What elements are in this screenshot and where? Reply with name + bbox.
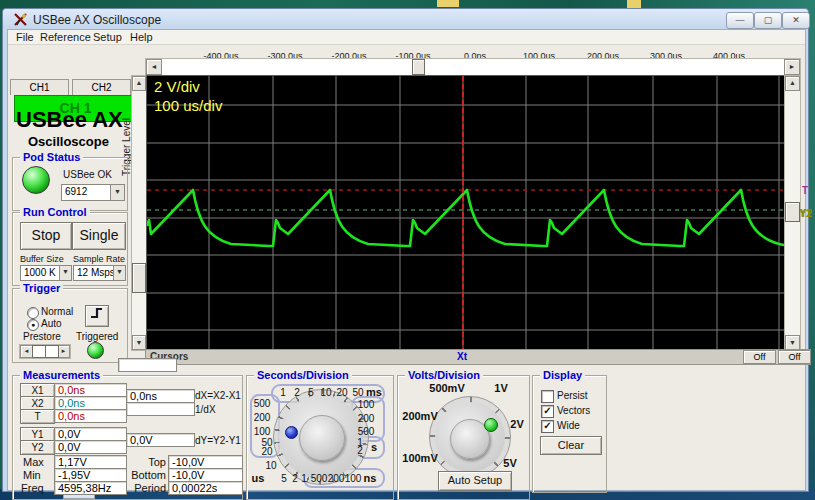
- pod-status-led: [22, 166, 50, 194]
- horizontal-scroll-thumb[interactable]: [412, 59, 425, 75]
- sd-value[interactable]: 100: [358, 399, 375, 410]
- volts-division-title: Volts/Division: [405, 369, 483, 381]
- prestore-scrollbar[interactable]: ◄ ►: [19, 344, 71, 359]
- t-button[interactable]: T: [20, 409, 55, 424]
- cursor-off-button-2[interactable]: Off: [778, 350, 811, 364]
- close-icon: ✕: [792, 15, 800, 25]
- trigger-level-down-button[interactable]: ▼: [132, 335, 146, 350]
- x1-value: 0,0ns: [54, 383, 127, 397]
- clear-button[interactable]: Clear: [540, 436, 602, 455]
- sd-value[interactable]: 100: [254, 426, 271, 437]
- scroll-right-button[interactable]: ►: [784, 59, 800, 75]
- vd-value-5v[interactable]: 5V: [503, 457, 516, 469]
- sd-value[interactable]: 5: [281, 473, 287, 484]
- scope-vdiv-readout: 2 V/div: [154, 78, 200, 95]
- close-button[interactable]: ✕: [782, 12, 810, 29]
- vd-value-2v[interactable]: 2V: [510, 418, 523, 430]
- y2-marker[interactable]: Y2: [800, 208, 812, 219]
- single-button[interactable]: Single: [72, 222, 126, 250]
- y2-button[interactable]: Y2: [20, 440, 55, 455]
- prestore-thumb2[interactable]: [45, 345, 59, 358]
- top-value: -10,0V: [168, 455, 243, 469]
- dy-value: 0,0V: [126, 433, 195, 447]
- tab-ch2-label: CH2: [91, 82, 111, 93]
- scope-display[interactable]: 2 V/div 100 us/div: [146, 75, 785, 351]
- prestore-thumb[interactable]: [32, 345, 46, 358]
- sd-value[interactable]: 1: [280, 387, 286, 398]
- vertical-scroll-thumb[interactable]: [785, 202, 800, 222]
- title-bar[interactable]: USBee AX Oscilloscope — ▢ ✕: [3, 9, 808, 29]
- tab-ch1[interactable]: CH1: [10, 79, 69, 95]
- trigger-position-field[interactable]: [118, 358, 177, 372]
- scope-tdiv-readout: 100 us/div: [154, 97, 222, 114]
- sd-value[interactable]: 50: [352, 387, 363, 398]
- sd-value[interactable]: 200: [358, 413, 375, 424]
- freq-label: Freq: [21, 482, 44, 494]
- chevron-down-icon[interactable]: ▼: [59, 266, 71, 280]
- vd-value-500mv[interactable]: 500mV: [429, 382, 464, 394]
- sd-value[interactable]: 2: [357, 445, 363, 456]
- buffer-size-select[interactable]: 1000 K ▼: [20, 265, 72, 281]
- knob-grip[interactable]: [299, 415, 345, 461]
- seconds-division-title: Seconds/Division: [254, 369, 352, 381]
- menu-help[interactable]: Help: [130, 31, 153, 43]
- display-title: Display: [540, 369, 585, 381]
- trigger-auto-radio[interactable]: ●: [27, 319, 39, 331]
- sd-value[interactable]: 500: [254, 398, 271, 409]
- scroll-left-button[interactable]: ◄: [146, 59, 162, 75]
- vd-value-1v[interactable]: 1V: [494, 382, 507, 394]
- sd-value[interactable]: 200: [328, 473, 345, 484]
- minimize-button[interactable]: —: [726, 12, 754, 29]
- trigger-level-scrollbar[interactable]: ▲ ▼: [131, 75, 147, 351]
- stop-button[interactable]: Stop: [20, 222, 72, 250]
- sd-value[interactable]: 2: [294, 387, 300, 398]
- vd-value-200mv[interactable]: 200mV: [402, 410, 437, 422]
- volts-division-knob[interactable]: [429, 396, 511, 478]
- trigger-normal-radio[interactable]: [27, 307, 39, 319]
- sd-value[interactable]: 10: [320, 387, 331, 398]
- sd-value[interactable]: 500: [311, 473, 328, 484]
- auto-setup-button[interactable]: Auto Setup: [438, 471, 512, 491]
- sd-value[interactable]: 20: [336, 387, 347, 398]
- persist-checkbox[interactable]: [541, 390, 554, 403]
- client-area: File Reference Setup Help -400,0us -300,…: [7, 29, 806, 491]
- sd-value[interactable]: 2: [292, 473, 298, 484]
- chevron-down-icon[interactable]: ▼: [110, 185, 124, 200]
- scroll-up-button[interactable]: ▲: [785, 76, 800, 91]
- sd-value[interactable]: 1: [301, 473, 307, 484]
- menu-reference[interactable]: Reference: [40, 31, 91, 43]
- tab-ch2[interactable]: CH2: [72, 79, 131, 95]
- t-label: T: [34, 411, 40, 422]
- chevron-down-icon[interactable]: ▼: [113, 266, 125, 280]
- menu-setup[interactable]: Setup: [93, 31, 122, 43]
- sd-value[interactable]: 20: [261, 446, 272, 457]
- sd-value[interactable]: 5: [308, 387, 314, 398]
- max-label: Max: [23, 456, 44, 468]
- sd-value[interactable]: 10: [265, 460, 276, 471]
- sd-value[interactable]: 200: [254, 412, 271, 423]
- menu-file[interactable]: File: [16, 31, 34, 43]
- sample-rate-select[interactable]: 12 Msps ▼: [73, 265, 126, 281]
- trigger-marker-t[interactable]: T: [802, 185, 808, 196]
- maximize-button[interactable]: ▢: [754, 12, 782, 29]
- trigger-level-thumb[interactable]: [132, 263, 146, 293]
- sd-value[interactable]: 500: [358, 426, 375, 437]
- y1-value: 0,0V: [54, 427, 127, 441]
- vectors-checkbox[interactable]: ✓: [541, 405, 554, 418]
- run-control-group: Run Control Stop Single Buffer Size Samp…: [12, 212, 128, 286]
- vd-value-100mv[interactable]: 100mV: [402, 452, 437, 464]
- trigger-level-up-button[interactable]: ▲: [132, 76, 146, 91]
- sd-value[interactable]: 100: [345, 473, 362, 484]
- scroll-down-button[interactable]: ▼: [785, 335, 800, 350]
- cursor-off-button-1[interactable]: Off: [743, 350, 776, 364]
- horizontal-scrollbar[interactable]: ◄ ►: [145, 58, 801, 76]
- auto-setup-label: Auto Setup: [448, 474, 502, 486]
- trigger-edge-button[interactable]: [85, 305, 109, 327]
- wide-checkbox[interactable]: ✓: [541, 420, 554, 433]
- inv-dx-value: [126, 402, 195, 416]
- min-value: -1,95V: [54, 468, 127, 482]
- x-cursor-marker[interactable]: Xt: [457, 351, 467, 362]
- scope-graticule-and-waveform: [147, 76, 784, 350]
- off-label: Off: [789, 352, 801, 362]
- device-select[interactable]: 6912 ▼: [61, 184, 125, 201]
